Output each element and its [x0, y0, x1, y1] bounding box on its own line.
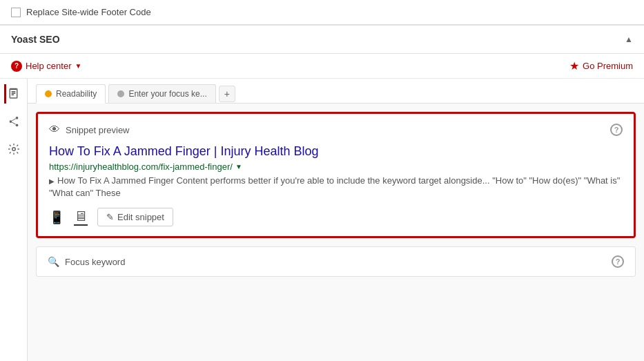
focus-keyword-section: 🔍 Focus keyword ? — [36, 246, 636, 277]
svg-point-7 — [15, 124, 18, 126]
help-dropdown-arrow-icon: ▼ — [75, 62, 81, 70]
mobile-view-icon[interactable]: 📱 — [49, 210, 64, 225]
edit-snippet-label: Edit snippet — [117, 212, 164, 222]
svg-rect-4 — [12, 95, 14, 95]
footer-code-checkbox[interactable] — [11, 8, 21, 17]
help-center-button[interactable]: ? Help center ▼ — [11, 61, 81, 72]
star-icon: ★ — [569, 59, 579, 72]
svg-line-9 — [12, 122, 15, 124]
focus-keyword-help-icon[interactable]: ? — [612, 255, 624, 268]
svg-rect-3 — [12, 93, 16, 94]
snippet-description-text: How To Fix A Jammed Finger Content perfo… — [49, 175, 620, 198]
svg-point-10 — [12, 148, 15, 151]
sidebar-item-settings[interactable] — [4, 139, 23, 159]
pencil-icon: ✎ — [106, 212, 114, 222]
sidebar-item-document[interactable] — [4, 84, 23, 104]
svg-line-8 — [12, 119, 15, 121]
help-bar: ? Help center ▼ ★ Go Premium — [0, 54, 644, 79]
snippet-preview-box: 👁 Snippet preview ? How To Fix A Jammed … — [36, 112, 636, 238]
tab-readability[interactable]: Readability — [36, 84, 106, 104]
snippet-preview-header: 👁 Snippet preview ? — [49, 124, 623, 136]
snippet-page-title[interactable]: How To Fix A Jammed Finger | Injury Heal… — [49, 144, 623, 159]
tabs-bar: Readability Enter your focus ke... + — [28, 79, 644, 104]
tab-focus-keyword[interactable]: Enter your focus ke... — [108, 84, 215, 103]
eye-icon: 👁 — [49, 124, 60, 136]
snippet-url-row: https://injuryhealthblog.com/fix-jammed-… — [49, 162, 623, 172]
focus-dot-icon — [117, 90, 124, 97]
edit-snippet-button[interactable]: ✎ Edit snippet — [97, 208, 173, 226]
snippet-description: ▶How To Fix A Jammed Finger Content perf… — [49, 175, 623, 199]
snippet-actions: 📱 🖥 ✎ Edit snippet — [49, 208, 623, 226]
focus-keyword-label: 🔍 Focus keyword — [48, 256, 125, 267]
go-premium-label: Go Premium — [583, 61, 633, 71]
help-center-label: Help center — [26, 61, 71, 71]
content-area: Readability Enter your focus ke... + 👁 S… — [0, 79, 644, 361]
sidebar — [0, 79, 28, 361]
svg-rect-2 — [12, 91, 16, 92]
focus-keyword-search-icon: 🔍 — [48, 256, 59, 267]
yoast-title: Yoast SEO — [11, 34, 60, 45]
main-panel: Readability Enter your focus ke... + 👁 S… — [28, 79, 644, 361]
snippet-help-icon[interactable]: ? — [610, 124, 623, 136]
readability-dot-icon — [45, 90, 52, 97]
panel-content: 👁 Snippet preview ? How To Fix A Jammed … — [28, 104, 644, 285]
snippet-preview-title: 👁 Snippet preview — [49, 124, 130, 136]
yoast-collapse-icon[interactable]: ▲ — [625, 35, 633, 44]
yoast-header: Yoast SEO ▲ — [0, 25, 644, 54]
sidebar-item-share[interactable] — [4, 112, 23, 131]
focus-keyword-text: Focus keyword — [65, 257, 125, 267]
svg-point-6 — [9, 120, 12, 123]
top-bar: Replace Site-wide Footer Code — [0, 0, 644, 25]
add-tab-button[interactable]: + — [219, 86, 235, 102]
footer-code-label: Replace Site-wide Footer Code — [26, 7, 151, 17]
desktop-view-icon[interactable]: 🖥 — [74, 208, 88, 226]
tab-readability-label: Readability — [56, 89, 97, 99]
snippet-description-arrow-icon: ▶ — [49, 177, 55, 185]
svg-point-5 — [15, 117, 18, 119]
snippet-url-arrow-icon: ▼ — [235, 163, 242, 170]
go-premium-button[interactable]: ★ Go Premium — [569, 59, 633, 72]
help-circle-icon: ? — [11, 61, 22, 72]
tab-focus-label: Enter your focus ke... — [128, 89, 206, 99]
snippet-section-title: Snippet preview — [66, 125, 130, 135]
snippet-url: https://injuryhealthblog.com/fix-jammed-… — [49, 162, 233, 172]
